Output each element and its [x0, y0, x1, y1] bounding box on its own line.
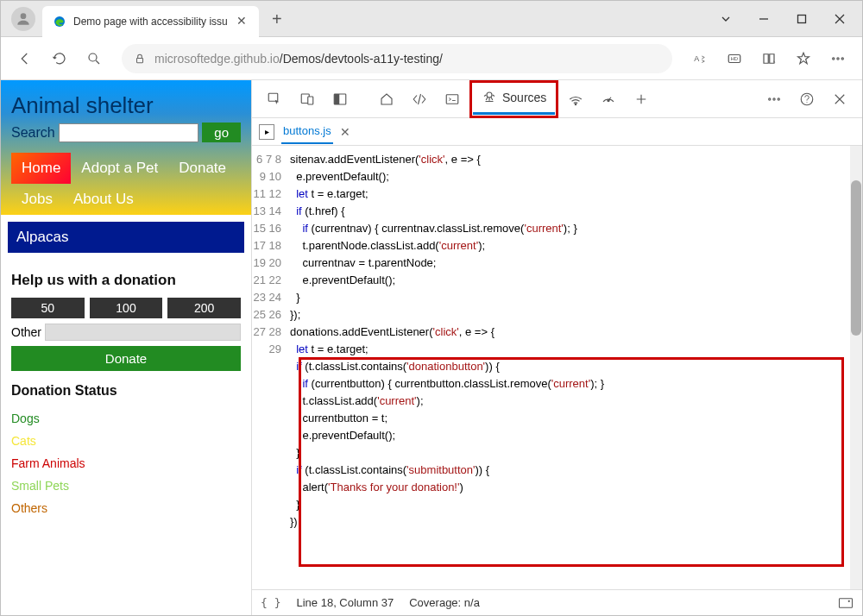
svg-rect-16: [446, 94, 458, 104]
browser-tab[interactable]: Demo page with accessibility issu ✕: [42, 6, 259, 37]
sources-tab[interactable]: Sources: [473, 84, 555, 115]
browser-toolbar: microsoftedge.github.io/Demos/devtools-a…: [1, 37, 862, 80]
reading-mode-icon[interactable]: [753, 43, 784, 74]
open-file-tab[interactable]: buttons.js: [281, 119, 333, 144]
go-button[interactable]: go: [202, 123, 241, 142]
svg-point-0: [21, 13, 27, 19]
svg-rect-11: [268, 93, 278, 101]
page-viewport: Animal shelter Search go HomeAdopt a Pet…: [1, 80, 251, 615]
inspect-icon[interactable]: [259, 84, 290, 115]
elements-tab-icon[interactable]: [404, 84, 435, 115]
svg-point-24: [806, 102, 807, 103]
svg-point-18: [576, 104, 577, 105]
search-input[interactable]: [59, 123, 199, 142]
svg-point-10: [841, 57, 843, 59]
devtools-panel: Sources ▸ buttons.js ✕ 6 7 8: [251, 80, 862, 615]
file-close-button[interactable]: ✕: [340, 125, 350, 139]
devtools-statusbar: { } Line 18, Column 37 Coverage: n/a: [252, 589, 862, 615]
sources-tab-label: Sources: [502, 91, 546, 104]
status-dogs[interactable]: Dogs: [11, 407, 241, 430]
svg-point-9: [837, 57, 839, 59]
search-row: Search go: [11, 123, 241, 142]
donation-other-row: Other: [11, 324, 241, 341]
favorite-icon[interactable]: [788, 43, 819, 74]
svg-point-26: [848, 600, 850, 601]
console-tab-icon[interactable]: [437, 84, 468, 115]
performance-tab-icon[interactable]: [593, 84, 624, 115]
read-aloud-icon[interactable]: A: [684, 43, 715, 74]
other-input[interactable]: [45, 324, 241, 341]
donation-amount-100[interactable]: 100: [90, 298, 163, 318]
chevron-down-icon[interactable]: [707, 5, 745, 33]
svg-point-8: [833, 57, 835, 59]
devtools-tabs: Sources: [252, 80, 862, 118]
minimize-button[interactable]: [745, 5, 783, 33]
svg-point-19: [608, 99, 609, 101]
status-farm-animals[interactable]: Farm Animals: [11, 452, 241, 475]
svg-text:HD: HD: [731, 56, 739, 61]
quick-source-icon[interactable]: [838, 597, 854, 609]
nav-adopt-a-pet[interactable]: Adopt a Pet: [71, 153, 168, 184]
more-icon[interactable]: [822, 43, 854, 74]
status-list: DogsCatsFarm AnimalsSmall PetsOthers: [11, 407, 241, 519]
network-tab-icon[interactable]: [560, 84, 591, 115]
donation-amount-50[interactable]: 50: [11, 298, 85, 318]
donation-heading: Help us with a donation: [11, 272, 241, 289]
svg-rect-4: [137, 58, 143, 62]
svg-rect-15: [334, 94, 339, 104]
svg-rect-2: [798, 15, 806, 22]
maximize-button[interactable]: [783, 5, 821, 33]
nav-home[interactable]: Home: [11, 153, 71, 184]
donate-button[interactable]: Donate: [11, 346, 241, 371]
titlebar: Demo page with accessibility issu ✕ +: [1, 1, 862, 37]
svg-rect-13: [308, 97, 313, 104]
content-area: Animal shelter Search go HomeAdopt a Pet…: [1, 80, 862, 615]
tab-title: Demo page with accessibility issu: [73, 16, 228, 28]
hd-icon[interactable]: HD: [719, 43, 750, 74]
svg-point-22: [778, 97, 779, 99]
svg-point-21: [773, 97, 775, 99]
refresh-button[interactable]: [44, 43, 75, 74]
nav-jobs[interactable]: Jobs: [11, 184, 63, 215]
dock-icon[interactable]: [324, 84, 356, 115]
back-button[interactable]: [9, 43, 41, 74]
svg-text:A: A: [694, 54, 699, 63]
search-icon[interactable]: [79, 43, 110, 74]
status-small-pets[interactable]: Small Pets: [11, 475, 241, 497]
new-tab-button[interactable]: +: [264, 6, 290, 32]
svg-point-17: [487, 92, 492, 97]
svg-point-20: [769, 97, 771, 99]
edge-icon: [53, 15, 66, 28]
help-icon[interactable]: [791, 84, 822, 115]
donation-amount-200[interactable]: 200: [167, 298, 241, 318]
status-cats[interactable]: Cats: [11, 430, 241, 452]
page-title: Animal shelter: [11, 92, 241, 119]
status-others[interactable]: Others: [11, 497, 241, 519]
coverage-status: Coverage: n/a: [409, 596, 480, 609]
page-nav: HomeAdopt a PetDonateJobsAbout Us: [11, 153, 241, 215]
scrollbar-track[interactable]: [850, 146, 862, 589]
close-window-button[interactable]: [821, 5, 859, 33]
devtools-close-icon[interactable]: [824, 84, 855, 115]
page-hero: Animal shelter Search go HomeAdopt a Pet…: [1, 80, 251, 215]
file-nav-toggle[interactable]: ▸: [259, 124, 274, 140]
welcome-tab-icon[interactable]: [371, 84, 402, 115]
svg-point-3: [89, 53, 97, 61]
devtools-more-icon[interactable]: [759, 84, 790, 115]
url-text: microsoftedge.github.io/Demos/devtools-a…: [154, 52, 443, 66]
nav-donate[interactable]: Donate: [168, 153, 236, 184]
status-heading: Donation Status: [11, 383, 241, 399]
sources-highlight: Sources: [469, 80, 558, 118]
search-label: Search: [11, 125, 55, 141]
code-editor[interactable]: 6 7 8 9 10 11 12 13 14 15 16 17 18 19 20…: [252, 146, 862, 589]
add-tab-icon[interactable]: [626, 84, 657, 115]
donation-section: Help us with a donation 50100200 Other D…: [1, 260, 251, 383]
nav-about-us[interactable]: About Us: [63, 184, 144, 215]
pretty-print-button[interactable]: { }: [261, 596, 280, 609]
source-code[interactable]: sitenav.addEventListener('click', e => {…: [290, 146, 862, 536]
device-icon[interactable]: [292, 84, 323, 115]
profile-avatar[interactable]: [11, 7, 35, 31]
scrollbar-thumb[interactable]: [851, 180, 861, 336]
tab-close-button[interactable]: ✕: [235, 15, 249, 28]
address-bar[interactable]: microsoftedge.github.io/Demos/devtools-a…: [122, 44, 672, 73]
